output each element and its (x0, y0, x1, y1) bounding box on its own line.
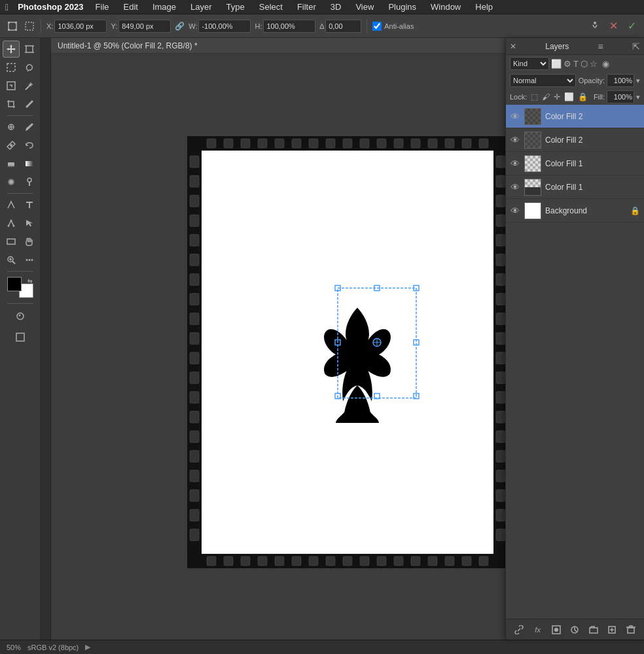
menu-layer[interactable]: Layer (188, 2, 215, 12)
antialias-checkbox[interactable] (372, 22, 382, 31)
shape-filter-icon[interactable]: ⬡ (581, 59, 588, 69)
eraser-tool[interactable] (3, 155, 20, 172)
layers-kind-select[interactable]: Kind (510, 57, 549, 70)
layers-expand-button[interactable]: ⇱ (632, 41, 640, 52)
lock-position-icon[interactable]: ✛ (554, 92, 560, 101)
menu-type[interactable]: Type (224, 2, 247, 12)
clone-stamp-tool[interactable] (3, 137, 20, 154)
rectangle-tool[interactable] (3, 233, 20, 250)
object-selection-tool[interactable] (3, 77, 20, 94)
layer-fx-button[interactable]: fx (531, 623, 545, 637)
confirm-transform-button[interactable]: ✓ (624, 19, 639, 33)
svg-point-15 (26, 106, 27, 108)
layer-adjustment-button[interactable] (567, 623, 582, 637)
menu-3d[interactable]: 3D (328, 2, 344, 12)
menu-view[interactable]: View (353, 2, 376, 12)
crop-tool[interactable] (3, 96, 20, 113)
filter-toggle-icon[interactable]: ◉ (602, 59, 609, 69)
puppet-warp-icon[interactable] (588, 19, 602, 33)
layer-item[interactable]: 👁 Color Fill 1 (506, 175, 644, 199)
menu-select[interactable]: Select (257, 2, 285, 12)
artboard-tool[interactable] (21, 41, 38, 58)
move-tool[interactable] (3, 41, 20, 58)
menu-filter[interactable]: Filter (295, 2, 319, 12)
eyedropper-tool[interactable] (21, 96, 38, 113)
lock-all-icon[interactable]: 🔒 (578, 92, 588, 101)
svg-rect-55 (360, 139, 369, 148)
lock-image-icon[interactable]: 🖌 (542, 92, 550, 101)
path-selection-tool[interactable] (3, 215, 20, 232)
layer-thumbnail (524, 202, 541, 219)
layer-item[interactable]: 👁 Color Fill 2 (506, 105, 644, 128)
foreground-color-swatch[interactable] (7, 277, 22, 291)
blend-mode-select[interactable]: Normal Dissolve Multiply Screen (510, 74, 576, 87)
fill-input[interactable] (607, 90, 634, 103)
swap-colors-icon[interactable]: ⇆ (27, 278, 33, 284)
zoom-tool[interactable] (3, 251, 20, 268)
opacity-arrow[interactable]: ▾ (636, 77, 640, 85)
layer-item[interactable]: 👁 Background 🔒 (506, 199, 644, 223)
layer-item[interactable]: 👁 Color Fill 2 (506, 128, 644, 152)
blur-tool[interactable] (3, 173, 20, 191)
x-input[interactable] (54, 20, 107, 33)
gradient-tool[interactable] (21, 155, 38, 172)
layer-link-button[interactable] (512, 623, 526, 637)
layer-visibility-icon[interactable]: 👁 (510, 111, 520, 122)
menu-plugins[interactable]: Plugins (385, 2, 419, 12)
layer-visibility-icon[interactable]: 👁 (510, 182, 520, 192)
history-brush-tool[interactable] (21, 137, 38, 154)
svg-rect-71 (343, 556, 352, 566)
transform-icon[interactable] (5, 19, 20, 33)
adjustment-filter-icon[interactable]: ⚙ (564, 59, 571, 69)
menu-image[interactable]: Image (150, 2, 179, 12)
layers-close-button[interactable]: ✕ (510, 42, 516, 51)
smart-filter-icon[interactable]: ☆ (590, 59, 598, 69)
lasso-tool[interactable] (21, 59, 38, 76)
layer-visibility-icon[interactable]: 👁 (510, 158, 520, 169)
dodge-tool[interactable] (21, 173, 38, 191)
layer-delete-button[interactable] (624, 623, 638, 637)
rectangular-marquee-tool[interactable] (3, 59, 20, 76)
menu-file[interactable]: File (93, 2, 112, 12)
status-arrow[interactable]: ▶ (85, 643, 90, 651)
svg-rect-46 (207, 139, 216, 148)
menu-edit[interactable]: Edit (121, 2, 141, 12)
screen-mode-icon[interactable] (12, 329, 29, 346)
svg-rect-77 (445, 556, 454, 566)
fill-arrow[interactable]: ▾ (636, 93, 640, 101)
h-input[interactable] (263, 20, 315, 33)
layer-visibility-icon[interactable]: 👁 (510, 135, 520, 145)
quick-mask-icon[interactable] (12, 308, 29, 325)
layers-menu-button[interactable]: ≡ (598, 41, 603, 52)
canvas-document[interactable]: /* perforations rendered below */ (187, 136, 508, 568)
cancel-transform-button[interactable]: ✕ (606, 19, 620, 33)
angle-input[interactable] (325, 20, 361, 33)
menu-help[interactable]: Help (473, 2, 495, 12)
layer-visibility-icon[interactable]: 👁 (510, 206, 520, 216)
layers-tab-label[interactable]: Layers (545, 42, 569, 51)
magic-wand-tool[interactable] (21, 77, 38, 94)
layer-new-button[interactable] (605, 623, 619, 637)
direct-selection-tool[interactable] (21, 215, 38, 232)
menu-window[interactable]: Window (428, 2, 463, 12)
type-tool[interactable] (21, 196, 38, 213)
y-input[interactable] (118, 20, 171, 33)
pixel-filter-icon[interactable]: ⬜ (551, 59, 562, 69)
svg-rect-86 (190, 274, 199, 285)
layer-mask-button[interactable] (549, 623, 564, 637)
hand-tool[interactable] (21, 233, 38, 250)
brush-tool[interactable] (21, 118, 38, 136)
layer-group-button[interactable] (586, 623, 601, 637)
lock-pixels-icon[interactable]: ⬚ (531, 92, 538, 101)
selection-icon[interactable] (22, 19, 37, 33)
pen-tool[interactable] (3, 196, 20, 213)
svg-rect-140 (628, 628, 634, 633)
lock-artboard-icon[interactable]: ⬜ (564, 92, 574, 101)
svg-rect-121 (338, 288, 416, 398)
spot-healing-tool[interactable] (3, 118, 20, 136)
w-input[interactable] (198, 20, 251, 33)
more-tools[interactable] (21, 251, 38, 268)
type-filter-icon[interactable]: T (573, 59, 579, 69)
layer-item[interactable]: 👁 Color Fill 1 (506, 152, 644, 175)
opacity-input[interactable] (607, 74, 634, 87)
